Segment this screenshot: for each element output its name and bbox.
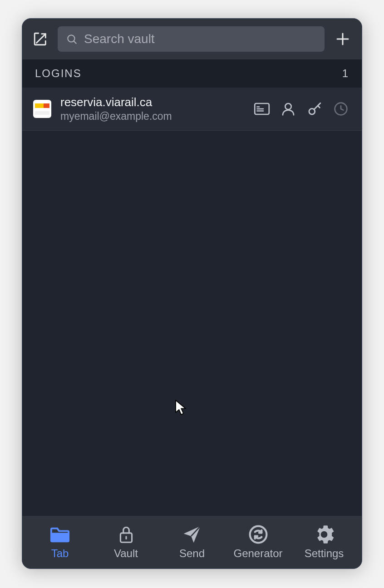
login-subtitle: myemail@example.com [60,110,245,122]
key-icon [307,101,322,117]
header-bar [22,19,362,59]
paper-plane-icon [182,524,202,544]
content-area [22,131,362,516]
search-icon [66,33,78,45]
logins-section-header: LOGINS 1 [22,59,362,88]
svg-point-17 [322,532,327,537]
login-item[interactable]: reservia.viarail.ca myemail@example.com [22,88,362,131]
plus-icon [335,31,351,47]
copy-username-button[interactable] [280,101,296,117]
clock-icon [334,102,348,116]
svg-line-0 [37,34,46,43]
svg-line-11 [314,103,320,109]
popout-icon [33,31,48,47]
nav-generator[interactable]: Generator [233,524,283,560]
app-window: LOGINS 1 reservia.viarail.ca myemail@exa… [22,18,362,569]
svg-point-16 [250,526,266,543]
nav-settings-label: Settings [305,547,344,560]
nav-tab-label: Tab [51,547,69,560]
sync-icon [248,524,268,544]
popout-button[interactable] [31,30,49,48]
lock-icon [118,524,135,544]
svg-line-12 [318,106,320,108]
user-icon [281,101,295,117]
login-title: reservia.viarail.ca [60,95,245,109]
nav-vault-label: Vault [114,547,138,560]
section-title: LOGINS [35,67,82,80]
nav-send-label: Send [179,547,205,560]
login-actions [254,101,352,117]
folder-icon [49,524,70,544]
fill-button[interactable] [254,101,270,117]
svg-line-2 [74,41,76,44]
login-favicon-icon [33,100,51,118]
copy-password-button[interactable] [306,101,323,117]
add-button[interactable] [333,29,353,49]
search-box[interactable] [58,26,325,52]
credential-card-icon [254,102,270,116]
nav-send[interactable]: Send [167,524,217,560]
gear-icon [314,524,334,544]
section-count: 1 [342,67,349,80]
nav-vault[interactable]: Vault [101,524,151,560]
search-input[interactable] [84,32,316,46]
nav-settings[interactable]: Settings [299,524,349,560]
bottom-nav: Tab Vault Send [22,516,362,568]
login-text: reservia.viarail.ca myemail@example.com [60,95,245,122]
nav-tab[interactable]: Tab [35,524,85,560]
nav-generator-label: Generator [233,547,282,560]
recent-indicator [333,101,349,117]
cursor-icon [175,400,187,415]
svg-point-9 [285,103,291,109]
